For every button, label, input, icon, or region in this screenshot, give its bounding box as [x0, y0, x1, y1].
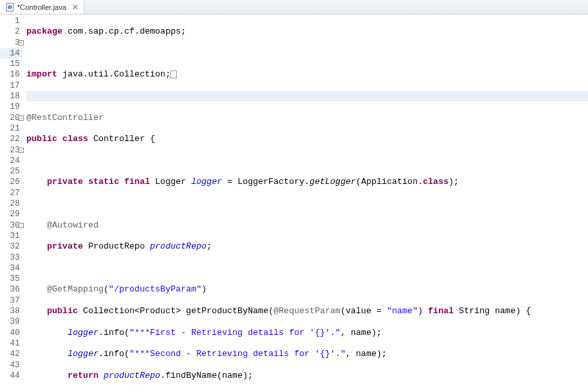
fold-minus-icon[interactable]: - [18, 148, 24, 153]
line-number: 40 [0, 328, 22, 338]
line-number: 3+ [0, 38, 22, 48]
tab-bar: J *Controller.java ✕ [0, 0, 588, 15]
line-number: 43 [0, 360, 22, 371]
line-number: 1 [0, 16, 22, 26]
code-line: @Autowired [26, 220, 588, 231]
line-number: 15 [0, 59, 22, 69]
code-line: @RestController [26, 113, 588, 123]
line-number: 23- [0, 145, 22, 156]
code-line [26, 198, 588, 209]
tab-title: *Controller.java [17, 3, 67, 11]
code-line-current [26, 91, 588, 102]
line-number: 39 [0, 316, 22, 327]
line-number: 32 [0, 241, 22, 252]
fold-plus-icon[interactable]: + [18, 40, 24, 45]
close-icon[interactable]: ✕ [72, 3, 79, 12]
code-line: public Collection<Product> getProductByN… [26, 306, 588, 316]
fold-minus-icon[interactable]: - [18, 115, 24, 121]
line-number: 44 [0, 371, 22, 381]
line-number: 2 [0, 26, 22, 37]
java-file-icon: J [5, 3, 15, 12]
line-number: 16 [0, 69, 22, 80]
line-number: 41 [0, 338, 22, 349]
line-number: 24 [0, 156, 22, 166]
code-editor[interactable]: 1 2 3+ 14 15 16 17 18 19 20- 21 22 23- 2… [0, 15, 588, 391]
line-number: 29 [0, 209, 22, 220]
code-line: import java.util.Collection; [26, 69, 588, 80]
line-number: 17 [0, 80, 22, 91]
line-number-gutter: 1 2 3+ 14 15 16 17 18 19 20- 21 22 23- 2… [0, 15, 22, 391]
line-number: 22 [0, 134, 22, 144]
code-line [26, 48, 588, 59]
line-number: 31 [0, 231, 22, 241]
line-number: 42 [0, 349, 22, 359]
line-number: 25 [0, 166, 22, 177]
line-number: 20- [0, 113, 22, 123]
folded-imports-icon[interactable] [170, 71, 177, 78]
line-number: 33 [0, 253, 22, 263]
line-number: 38 [0, 306, 22, 316]
code-line: @GetMapping("/productsByParam") [26, 284, 588, 295]
line-number: 19 [0, 102, 22, 112]
code-line [26, 263, 588, 274]
line-number: 37 [0, 295, 22, 306]
code-line: private ProductRepo productRepo; [26, 241, 588, 252]
line-number: 28 [0, 198, 22, 209]
code-line: private static final Logger logger = Log… [26, 177, 588, 187]
code-line: logger.info("***First - Retrieving detai… [26, 328, 588, 338]
line-number: 14 [0, 48, 22, 59]
line-number: 18 [0, 91, 22, 102]
code-line: return productRepo.findByName(name); [26, 371, 588, 381]
line-number: 21 [0, 123, 22, 134]
code-line: package com.sap.cp.cf.demoapps; [26, 26, 588, 37]
line-number: 30- [0, 220, 22, 231]
code-line [26, 156, 588, 166]
line-number: 34 [0, 263, 22, 274]
line-number: 35 [0, 274, 22, 284]
editor-tab[interactable]: J *Controller.java ✕ [0, 0, 84, 14]
code-line: logger.info("***Second - Retrieving deta… [26, 349, 588, 359]
fold-minus-icon[interactable]: - [18, 223, 24, 228]
code-line: public class Controller { [26, 134, 588, 144]
line-number: 27 [0, 188, 22, 198]
line-number: 36 [0, 284, 22, 295]
code-content[interactable]: package com.sap.cp.cf.demoapps; import j… [22, 15, 588, 391]
line-number: 26 [0, 177, 22, 187]
